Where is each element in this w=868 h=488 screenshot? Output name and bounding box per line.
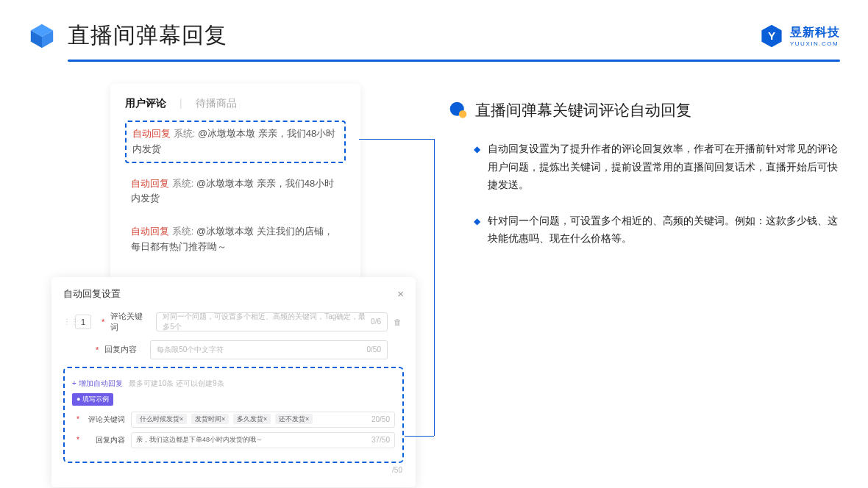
close-icon[interactable]: × — [397, 287, 404, 300]
drag-handle-icon[interactable]: ⋮⋮ — [63, 317, 69, 326]
tabs: 用户评论 | 待播商品 — [125, 97, 346, 110]
required-star: * — [102, 317, 104, 326]
connector-line — [359, 139, 434, 140]
add-row: + 增加自动回复 最多可建10条 还可以创建9条 — [72, 376, 395, 389]
keyword-counter: 0/6 — [371, 317, 381, 326]
diamond-bullet-icon: ◆ — [474, 214, 480, 248]
page-title: 直播间弹幕回复 — [68, 21, 227, 51]
tab-separator: | — [179, 97, 182, 110]
bullet-list: ◆ 自动回复设置为了提升作者的评论回复效率，作者可在开播前针对常见的评论用户问题… — [449, 140, 840, 248]
example-kw-input[interactable]: 什么时候发货× 发货时间× 多久发货× 还不发货× 20/50 — [131, 412, 395, 428]
chat-bubble-icon — [449, 101, 468, 120]
auto-reply-tag: 自动回复 — [131, 178, 169, 189]
settings-title-row: 自动回复设置 × — [63, 287, 404, 301]
bullet-text: 自动回复设置为了提升作者的评论回复效率，作者可在开播前针对常见的评论用户问题，提… — [488, 140, 840, 194]
auto-reply-tag: 自动回复 — [131, 226, 169, 237]
section-header: 直播间弹幕关键词评论自动回复 — [449, 100, 840, 121]
connector-line — [434, 139, 435, 436]
example-content-text: 亲，我们这边都是下单48小时内发货的哦～ — [136, 435, 263, 445]
keyword-chip[interactable]: 什么时候发货× — [136, 414, 187, 424]
tab-pending-products[interactable]: 待播商品 — [196, 97, 237, 110]
right-column: 直播间弹幕关键词评论自动回复 ◆ 自动回复设置为了提升作者的评论回复效率，作者可… — [449, 84, 840, 487]
auto-reply-tag: 自动回复 — [132, 128, 171, 139]
example-content-label: 回复内容 — [85, 435, 125, 445]
settings-title: 自动回复设置 — [63, 287, 121, 301]
add-auto-reply-link[interactable]: + 增加自动回复 — [72, 379, 123, 387]
example-keyword-row: * 评论关键词 什么时候发货× 发货时间× 多久发货× 还不发货× 20/50 — [72, 412, 395, 428]
example-content-counter: 37/50 — [371, 436, 390, 444]
tab-user-comments[interactable]: 用户评论 — [125, 97, 166, 110]
required-star: * — [77, 415, 79, 423]
comment-row: 自动回复 系统: @冰墩墩本墩 亲亲，我们48小时内发货 — [125, 172, 346, 212]
system-label: 系统: — [174, 128, 196, 139]
example-kw-counter: 20/50 — [371, 415, 390, 423]
cube-icon — [28, 22, 56, 50]
brand-icon: Y — [759, 24, 784, 49]
comment-row-highlighted: 自动回复 系统: @冰墩墩本墩 亲亲，我们48小时内发货 — [125, 121, 346, 163]
section-title: 直播间弹幕关键词评论自动回复 — [475, 100, 691, 121]
system-label: 系统: — [172, 226, 194, 237]
example-badge: ● 填写示例 — [72, 393, 113, 406]
connector-line — [405, 436, 434, 437]
bullet-item: ◆ 自动回复设置为了提升作者的评论回复效率，作者可在开播前针对常见的评论用户问题… — [474, 140, 840, 194]
keyword-label: 评论关键词 — [110, 311, 150, 333]
brand-text: 昱新科技 YUUXIN.COM — [790, 25, 840, 47]
example-content-input[interactable]: 亲，我们这边都是下单48小时内发货的哦～ 37/50 — [131, 432, 395, 448]
left-column: 用户评论 | 待播商品 自动回复 系统: @冰墩墩本墩 亲亲，我们48小时内发货… — [51, 84, 419, 487]
comment-row: 自动回复 系统: @冰墩墩本墩 关注我们的店铺，每日都有热门推荐呦～ — [125, 220, 346, 259]
add-hint: 最多可建10条 还可以创建9条 — [129, 379, 224, 387]
right-counter: /50 — [63, 463, 404, 474]
keyword-row: ⋮⋮ 1 * 评论关键词 对同一个问题，可设置多个相近、高频的关键词，Tag确定… — [63, 311, 404, 333]
delete-icon[interactable]: 🗑 — [394, 317, 404, 326]
system-label: 系统: — [172, 178, 194, 189]
required-star: * — [77, 436, 79, 444]
brand-logo: Y 昱新科技 YUUXIN.COM — [759, 24, 840, 49]
content-area: 用户评论 | 待播商品 自动回复 系统: @冰墩墩本墩 亲亲，我们48小时内发货… — [0, 62, 868, 487]
chip-group: 什么时候发货× 发货时间× 多久发货× 还不发货× — [136, 415, 315, 424]
svg-point-6 — [459, 110, 466, 118]
bullet-text: 针对同一个问题，可设置多个相近的、高频的关键词。例如：这款多少钱、这块能优惠吗、… — [488, 212, 840, 248]
comments-card: 用户评论 | 待播商品 自动回复 系统: @冰墩墩本墩 亲亲，我们48小时内发货… — [110, 84, 360, 283]
brand-name: 昱新科技 — [790, 25, 840, 40]
bullet-item: ◆ 针对同一个问题，可设置多个相近的、高频的关键词。例如：这款多少钱、这块能优惠… — [474, 212, 840, 248]
header-left: 直播间弹幕回复 — [28, 21, 227, 51]
required-star: * — [96, 345, 99, 354]
content-row: * 回复内容 每条限50个中文字符 0/50 — [63, 340, 404, 359]
keyword-placeholder: 对同一个问题，可设置多个相近、高频的关键词，Tag确定，最多5个 — [163, 312, 371, 332]
keyword-chip[interactable]: 多久发货× — [233, 414, 271, 424]
page-header: 直播间弹幕回复 Y 昱新科技 YUUXIN.COM — [0, 0, 868, 60]
diamond-bullet-icon: ◆ — [474, 142, 480, 194]
content-placeholder: 每条限50个中文字符 — [157, 345, 224, 355]
content-counter: 0/50 — [367, 345, 381, 354]
order-number: 1 — [75, 315, 91, 329]
svg-text:Y: Y — [768, 29, 775, 42]
content-label: 回复内容 — [104, 344, 144, 355]
settings-card: 自动回复设置 × ⋮⋮ 1 * 评论关键词 对同一个问题，可设置多个相近、高频的… — [51, 277, 416, 487]
brand-sub: YUUXIN.COM — [790, 40, 840, 47]
content-input[interactable]: 每条限50个中文字符 0/50 — [150, 340, 388, 359]
example-box: + 增加自动回复 最多可建10条 还可以创建9条 ● 填写示例 * 评论关键词 … — [63, 367, 404, 463]
keyword-chip[interactable]: 发货时间× — [191, 414, 229, 424]
keyword-input[interactable]: 对同一个问题，可设置多个相近、高频的关键词，Tag确定，最多5个 0/6 — [156, 312, 388, 331]
example-kw-label: 评论关键词 — [85, 415, 125, 425]
keyword-chip[interactable]: 还不发货× — [275, 414, 313, 424]
example-content-row: * 回复内容 亲，我们这边都是下单48小时内发货的哦～ 37/50 — [72, 432, 395, 448]
